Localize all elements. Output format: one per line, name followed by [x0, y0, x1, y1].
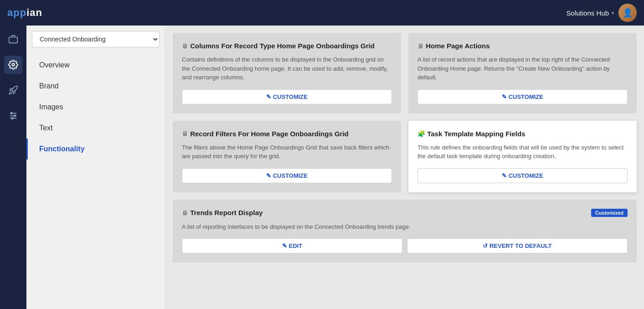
- revert-button-5[interactable]: ↺ REVERT TO DEFAULT: [407, 238, 628, 253]
- main-layout: Connected Onboarding Overview Brand Imag…: [0, 26, 644, 309]
- card-desc-5: A list of reporting interfaces to be dis…: [182, 222, 628, 232]
- card-actions-1: ✎ CUSTOMIZE: [182, 89, 392, 104]
- top-navigation: appian Solutions Hub ▾ 👤: [0, 0, 644, 26]
- card-title-1: Columns For Record Type Home Page Onboar…: [188, 42, 375, 50]
- avatar-image: 👤: [618, 4, 637, 22]
- card-title-2: Home Page Actions: [424, 42, 489, 50]
- svg-point-5: [11, 113, 13, 114]
- card-task-template-mapping: 🧩 Task Template Mapping Fields This rule…: [408, 121, 637, 192]
- monitor-icon-5: 🖥: [182, 209, 188, 216]
- sidebar-icon-sliders[interactable]: [4, 107, 22, 125]
- main-content: 🖥 Columns For Record Type Home Page Onbo…: [165, 26, 644, 309]
- card-actions-3: ✎ CUSTOMIZE: [182, 168, 392, 183]
- card-desc-2: A list of record actions that are displa…: [417, 55, 628, 82]
- sidebar-icon-rocket[interactable]: [4, 81, 22, 99]
- svg-rect-0: [9, 37, 17, 43]
- user-avatar[interactable]: 👤: [618, 4, 637, 22]
- sidebar-icon-settings[interactable]: [4, 56, 22, 74]
- sidebar-item-functionality[interactable]: Functionality: [26, 139, 165, 160]
- card-title-5: Trends Report Display: [188, 209, 263, 216]
- card-columns-record-type: 🖥 Columns For Record Type Home Page Onbo…: [173, 33, 401, 113]
- card-title-4: Task Template Mapping Fields: [425, 130, 526, 138]
- svg-point-7: [11, 118, 13, 119]
- edit-button-5[interactable]: ✎ EDIT: [182, 238, 402, 253]
- customize-button-1[interactable]: ✎ CUSTOMIZE: [182, 89, 392, 104]
- card-title-row-4: 🧩 Task Template Mapping Fields: [417, 130, 628, 138]
- customize-button-4[interactable]: ✎ CUSTOMIZE: [417, 168, 628, 183]
- card-desc-1: Contains definitions of the columns to b…: [182, 55, 392, 82]
- card-title-3: Record Filters For Home Page Onboardings…: [188, 130, 349, 138]
- solutions-hub-caret: ▾: [612, 10, 614, 15]
- card-home-page-actions: 🖥 Home Page Actions A list of record act…: [408, 33, 637, 113]
- app-dropdown[interactable]: Connected Onboarding: [32, 31, 160, 47]
- card-desc-3: The filters above the Home Page Onboardi…: [182, 143, 392, 161]
- card-record-filters: 🖥 Record Filters For Home Page Onboardin…: [173, 121, 401, 192]
- card-title-row-5: 🖥 Trends Report Display Customized: [182, 209, 628, 217]
- svg-point-1: [12, 63, 15, 66]
- card-actions-2: ✎ CUSTOMIZE: [417, 89, 628, 104]
- sidebar-item-brand[interactable]: Brand: [26, 76, 165, 97]
- card-title-row-1: 🖥 Columns For Record Type Home Page Onbo…: [182, 42, 392, 50]
- monitor-icon-2: 🖥: [417, 42, 424, 50]
- customize-button-3[interactable]: ✎ CUSTOMIZE: [182, 168, 392, 183]
- svg-point-6: [14, 115, 16, 117]
- sidebar-icon-briefcase[interactable]: [4, 30, 22, 48]
- card-desc-4: This rule defines the onboarding fields …: [417, 143, 628, 161]
- topnav-right: Solutions Hub ▾ 👤: [567, 4, 637, 22]
- sidebar-nav: Overview Brand Images Text Functionality: [26, 51, 165, 163]
- monitor-icon-1: 🖥: [182, 42, 188, 50]
- solutions-hub-label: Solutions Hub: [567, 9, 609, 17]
- card-title-row-3: 🖥 Record Filters For Home Page Onboardin…: [182, 130, 392, 138]
- customized-badge: Customized: [591, 209, 628, 217]
- sidebar-item-text[interactable]: Text: [26, 118, 165, 139]
- card-title-row-2: 🖥 Home Page Actions: [417, 42, 628, 50]
- sidebar-item-overview[interactable]: Overview: [26, 55, 165, 76]
- appian-logo: appian: [7, 7, 42, 19]
- customize-button-2[interactable]: ✎ CUSTOMIZE: [417, 89, 628, 104]
- sidebar-item-images[interactable]: Images: [26, 97, 165, 118]
- card-actions-5: ✎ EDIT ↺ REVERT TO DEFAULT: [182, 238, 628, 253]
- solutions-hub-menu[interactable]: Solutions Hub ▾: [567, 9, 614, 17]
- cards-grid: 🖥 Columns For Record Type Home Page Onbo…: [173, 33, 637, 263]
- left-sidebar: Connected Onboarding Overview Brand Imag…: [26, 26, 165, 309]
- puzzle-icon-4: 🧩: [417, 130, 425, 137]
- card-trends-report-display: 🖥 Trends Report Display Customized A lis…: [173, 200, 637, 263]
- app-dropdown-container[interactable]: Connected Onboarding: [32, 31, 160, 47]
- monitor-icon-3: 🖥: [182, 130, 188, 137]
- icon-sidebar: [0, 26, 26, 309]
- card-actions-4: ✎ CUSTOMIZE: [417, 168, 628, 183]
